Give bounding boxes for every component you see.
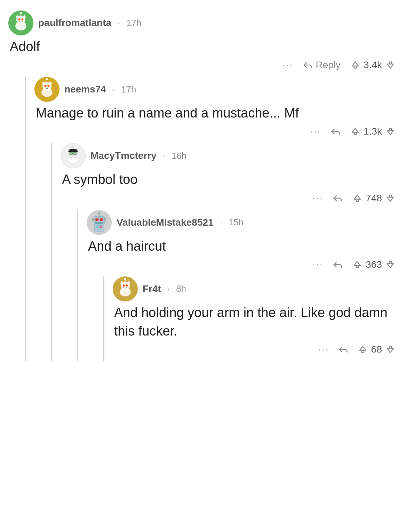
vote-count-c4: 363	[366, 259, 382, 270]
timestamp-c4: 15h	[229, 217, 244, 228]
downvote-icon-c4[interactable]	[385, 260, 395, 269]
downvote-icon-c2[interactable]	[385, 127, 395, 136]
reply-icon-c2	[331, 127, 341, 136]
vote-c5: 68	[358, 344, 395, 355]
username-c2[interactable]: neems74	[64, 84, 106, 95]
downvote-icon-c5[interactable]	[385, 345, 395, 354]
svg-point-14	[42, 82, 45, 85]
svg-point-3	[16, 15, 18, 19]
dot-c5: ·	[167, 283, 170, 294]
upvote-icon-c4[interactable]	[352, 260, 362, 269]
svg-rect-34	[389, 195, 391, 197]
svg-point-16	[45, 85, 47, 87]
svg-rect-37	[95, 218, 99, 221]
svg-point-8	[20, 12, 22, 14]
username-c1[interactable]: paulfromatlanta	[38, 17, 111, 29]
more-options-c2[interactable]: ···	[310, 126, 321, 137]
username-c3[interactable]: MacyTmcterry	[90, 150, 157, 161]
comment-header-c5: Fr4t · 8h	[113, 276, 399, 301]
indent-2: MacyTmcterry · 16h A symbol too ···	[51, 143, 399, 361]
upvote-icon-c2[interactable]	[350, 127, 360, 136]
reply-icon-c4	[333, 260, 343, 269]
reply-button-c1[interactable]: Reply	[303, 59, 341, 71]
svg-rect-21	[389, 128, 391, 130]
comment-thread: paulfromatlanta · 17h Adolf ··· Reply 3.…	[8, 10, 399, 361]
dot-c1: ·	[118, 18, 120, 29]
svg-point-29	[71, 153, 71, 154]
svg-point-32	[72, 146, 74, 147]
comment-c2: neems74 · 17h Manage to ruin a name and …	[34, 77, 399, 361]
svg-rect-52	[356, 266, 358, 268]
indent-3: ValuableMistake8521 · 15h And a haircut …	[77, 210, 399, 362]
comment-text-c3: A symbol too	[61, 170, 399, 189]
comment-c3: MacyTmcterry · 16h A symbol too ···	[61, 143, 399, 361]
more-options-c4[interactable]: ···	[313, 259, 324, 270]
reply-button-c2[interactable]	[331, 127, 341, 136]
avatar-fr4t	[113, 276, 138, 301]
vote-c3: 748	[352, 193, 395, 204]
indent-4: Fr4t · 8h And holding your arm in the ai…	[103, 276, 399, 361]
vote-count-c5: 68	[371, 344, 382, 355]
vote-c1: 3.4k	[350, 59, 395, 71]
svg-rect-51	[104, 218, 106, 221]
upvote-icon-c5[interactable]	[358, 345, 368, 354]
more-options-c1[interactable]: ···	[283, 60, 294, 71]
reply-button-c3[interactable]	[333, 194, 343, 203]
svg-rect-20	[354, 132, 356, 135]
indent-1: neems74 · 17h Manage to ruin a name and …	[25, 77, 399, 361]
avatar-neems74	[34, 77, 59, 102]
comment-c1: paulfromatlanta · 17h Adolf ··· Reply 3.…	[8, 10, 399, 361]
upvote-icon-c3[interactable]	[352, 193, 362, 203]
downvote-icon-c1[interactable]	[385, 60, 395, 70]
svg-rect-39	[95, 222, 103, 224]
svg-rect-53	[389, 261, 391, 264]
comment-actions-c2: ··· 1.3k	[34, 126, 399, 137]
comment-header-c2: neems74 · 17h	[34, 77, 399, 102]
reply-button-c5[interactable]	[338, 345, 348, 354]
svg-point-17	[47, 85, 49, 87]
downvote-icon-c3[interactable]	[385, 193, 395, 203]
svg-point-19	[46, 79, 48, 81]
svg-rect-38	[99, 218, 103, 221]
svg-point-60	[126, 284, 128, 287]
svg-point-4	[23, 15, 25, 19]
avatar-macytmcterry	[61, 143, 86, 168]
vote-count-c3: 748	[366, 193, 382, 204]
svg-point-46	[98, 213, 100, 214]
comment-text-c5: And holding your arm in the air. Like go…	[113, 304, 399, 340]
more-options-c3[interactable]: ···	[313, 193, 324, 203]
reply-button-c4[interactable]	[333, 260, 343, 269]
avatar-paulfromatlanta	[8, 10, 33, 35]
timestamp-c5: 8h	[176, 283, 186, 294]
svg-point-59	[123, 284, 125, 287]
timestamp-c2: 17h	[121, 84, 136, 95]
svg-point-6	[21, 18, 23, 21]
svg-rect-48	[96, 226, 99, 228]
comment-actions-c3: ···	[61, 193, 399, 204]
timestamp-c1: 17h	[126, 18, 141, 29]
dot-c3: ·	[163, 151, 165, 161]
svg-point-58	[127, 281, 130, 284]
dot-c2: ·	[112, 84, 115, 95]
comment-text-c1: Adolf	[8, 38, 399, 56]
svg-rect-49	[99, 226, 102, 228]
svg-rect-64	[389, 346, 391, 348]
username-c4[interactable]: ValuableMistake8521	[117, 217, 214, 228]
more-options-c5[interactable]: ···	[318, 344, 329, 355]
svg-rect-63	[362, 350, 364, 353]
reply-label-c1: Reply	[316, 59, 341, 71]
vote-count-c2: 1.3k	[364, 126, 382, 137]
svg-rect-33	[356, 199, 358, 201]
reply-icon-c1	[303, 61, 313, 70]
upvote-icon-c1[interactable]	[350, 60, 360, 70]
svg-point-62	[124, 278, 126, 280]
reply-icon-c5	[338, 345, 348, 354]
comment-header-c3: MacyTmcterry · 16h	[61, 143, 399, 168]
svg-point-5	[18, 18, 21, 21]
svg-rect-50	[92, 218, 94, 221]
comment-actions-c4: ···	[87, 259, 399, 270]
comment-header-c1: paulfromatlanta · 17h	[8, 10, 399, 35]
username-c5[interactable]: Fr4t	[143, 283, 161, 295]
comment-header-c4: ValuableMistake8521 · 15h	[87, 210, 399, 235]
comment-text-c2: Manage to ruin a name and a mustache... …	[34, 104, 399, 122]
